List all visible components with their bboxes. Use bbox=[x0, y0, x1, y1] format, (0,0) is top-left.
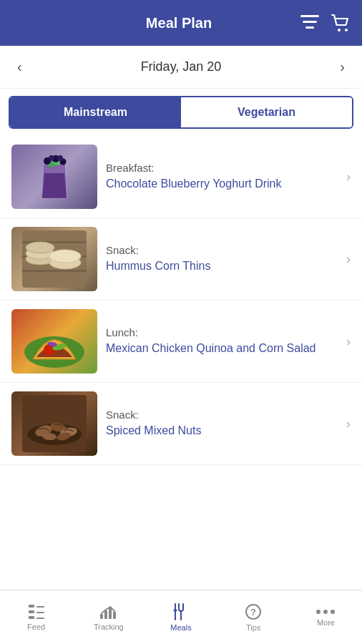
meal-info-breakfast: Breakfast: Chocolate Blueberry Yoghurt D… bbox=[97, 162, 346, 192]
feed-label: Feed bbox=[27, 623, 45, 631]
header-actions bbox=[300, 14, 351, 32]
lunch-illustration bbox=[22, 313, 87, 370]
date-navigation: ‹ Friday, Jan 20 › bbox=[0, 46, 362, 89]
svg-rect-32 bbox=[29, 605, 34, 608]
svg-rect-38 bbox=[100, 614, 103, 619]
meals-label: Meals bbox=[170, 623, 191, 632]
tips-icon: ? bbox=[245, 603, 262, 620]
svg-point-49 bbox=[331, 610, 335, 614]
svg-rect-33 bbox=[29, 610, 34, 613]
tracking-label: Tracking bbox=[94, 623, 124, 631]
svg-point-10 bbox=[49, 155, 54, 161]
filter-button[interactable] bbox=[300, 14, 319, 32]
svg-point-20 bbox=[49, 250, 81, 263]
snack2-illustration bbox=[22, 395, 87, 452]
svg-rect-34 bbox=[29, 616, 34, 619]
meal-item-snack1[interactable]: Snack: Hummus Corn Thins › bbox=[0, 218, 362, 301]
meal-type-label: Snack: bbox=[106, 409, 338, 421]
cart-icon bbox=[331, 14, 351, 32]
meal-info-lunch: Lunch: Mexican Chicken Quinoa and Corn S… bbox=[97, 326, 346, 356]
svg-rect-15 bbox=[22, 270, 87, 272]
page-title: Meal Plan bbox=[57, 15, 300, 31]
meal-item-snack2[interactable]: Snack: Spiced Mixed Nuts › bbox=[0, 383, 362, 465]
chevron-right-icon: › bbox=[346, 416, 351, 431]
filter-icon bbox=[300, 15, 319, 31]
meal-name-text: Spiced Mixed Nuts bbox=[106, 424, 338, 439]
meal-type-label: Snack: bbox=[106, 244, 338, 256]
svg-point-47 bbox=[316, 610, 321, 614]
meal-info-snack1: Snack: Hummus Corn Thins bbox=[97, 244, 346, 274]
meal-name-text: Hummus Corn Thins bbox=[106, 259, 338, 274]
svg-point-4 bbox=[345, 29, 348, 31]
svg-rect-1 bbox=[303, 21, 317, 23]
svg-text:?: ? bbox=[250, 607, 256, 618]
svg-rect-0 bbox=[300, 15, 319, 17]
svg-rect-41 bbox=[113, 612, 116, 619]
tracking-icon bbox=[99, 604, 118, 620]
meal-list: Breakfast: Chocolate Blueberry Yoghurt D… bbox=[0, 136, 362, 522]
svg-point-18 bbox=[26, 242, 54, 253]
meal-image-breakfast bbox=[11, 145, 97, 209]
meal-info-snack2: Snack: Spiced Mixed Nuts bbox=[97, 409, 346, 439]
svg-rect-2 bbox=[305, 26, 314, 29]
cart-button[interactable] bbox=[331, 14, 351, 32]
meals-icon bbox=[173, 603, 189, 620]
meal-item-breakfast[interactable]: Breakfast: Chocolate Blueberry Yoghurt D… bbox=[0, 136, 362, 218]
more-icon bbox=[315, 608, 336, 615]
bottom-navigation: Feed Tracking Meals ? Tips bbox=[0, 590, 362, 644]
svg-rect-36 bbox=[36, 612, 44, 613]
svg-point-48 bbox=[323, 610, 328, 614]
tab-vegetarian[interactable]: Vegetarian bbox=[181, 97, 352, 127]
chevron-right-icon: › bbox=[346, 252, 351, 267]
meal-image-snack1 bbox=[11, 227, 97, 291]
nav-more[interactable]: More bbox=[290, 602, 362, 633]
svg-point-11 bbox=[57, 155, 63, 161]
feed-icon bbox=[28, 604, 45, 620]
prev-arrow-icon: ‹ bbox=[17, 59, 22, 74]
current-date: Friday, Jan 20 bbox=[141, 59, 222, 74]
chevron-right-icon: › bbox=[346, 170, 351, 185]
snack1-illustration bbox=[22, 230, 87, 288]
meal-type-label: Lunch: bbox=[106, 326, 338, 338]
next-date-button[interactable]: › bbox=[334, 56, 351, 78]
meal-type-label: Breakfast: bbox=[106, 162, 338, 174]
tips-label: Tips bbox=[246, 623, 260, 632]
meal-name-text: Mexican Chicken Quinoa and Corn Salad bbox=[106, 341, 338, 356]
tab-mainstream[interactable]: Mainstream bbox=[10, 97, 181, 127]
more-label: More bbox=[317, 618, 335, 627]
meal-item-lunch[interactable]: Lunch: Mexican Chicken Quinoa and Corn S… bbox=[0, 301, 362, 383]
nav-feed[interactable]: Feed bbox=[0, 598, 72, 637]
nav-tips[interactable]: ? Tips bbox=[217, 597, 290, 638]
diet-tabs: Mainstream Vegetarian bbox=[9, 96, 353, 129]
svg-rect-39 bbox=[104, 610, 107, 619]
nav-tracking[interactable]: Tracking bbox=[72, 598, 145, 637]
meal-name-text: Chocolate Blueberry Yoghurt Drink bbox=[106, 177, 338, 192]
chevron-right-icon: › bbox=[346, 334, 351, 349]
breakfast-illustration bbox=[26, 148, 83, 205]
svg-point-3 bbox=[338, 29, 341, 31]
svg-rect-35 bbox=[36, 606, 44, 608]
meal-items: Breakfast: Chocolate Blueberry Yoghurt D… bbox=[0, 136, 362, 465]
prev-date-button[interactable]: ‹ bbox=[11, 56, 28, 78]
header: Meal Plan bbox=[0, 0, 362, 46]
meal-image-lunch bbox=[11, 309, 97, 374]
next-arrow-icon: › bbox=[340, 59, 345, 74]
svg-rect-40 bbox=[109, 608, 112, 619]
nav-meals[interactable]: Meals bbox=[145, 597, 217, 638]
meal-image-snack2 bbox=[11, 391, 97, 456]
svg-rect-37 bbox=[36, 618, 44, 619]
